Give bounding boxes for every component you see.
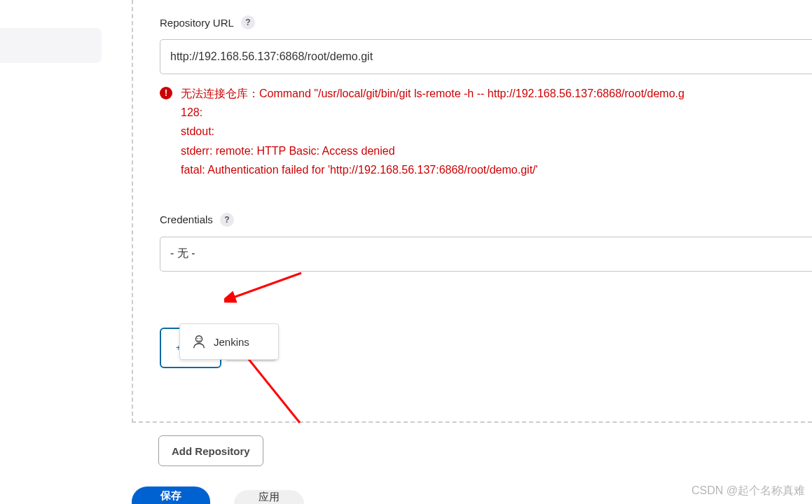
svg-point-1 bbox=[197, 338, 198, 339]
add-repository-label: Add Repository bbox=[172, 445, 250, 457]
credentials-selected-value: - 无 - bbox=[170, 246, 195, 261]
credentials-label: Credentials bbox=[160, 214, 213, 225]
sidebar-stub bbox=[0, 28, 102, 63]
repository-url-field: Repository URL ? bbox=[160, 15, 812, 74]
credentials-select[interactable]: - 无 - bbox=[160, 237, 812, 272]
help-icon[interactable]: ? bbox=[241, 15, 255, 29]
bottom-bar: 保存 应用 bbox=[132, 486, 304, 504]
dropdown-item-jenkins[interactable]: Jenkins bbox=[180, 324, 278, 359]
apply-button[interactable]: 应用 bbox=[234, 490, 304, 504]
add-credentials-dropdown: Jenkins bbox=[179, 323, 279, 360]
repository-url-input[interactable] bbox=[160, 39, 812, 74]
error-text: 无法连接仓库：Command "/usr/local/git/bin/git l… bbox=[181, 84, 684, 179]
credentials-label-row: Credentials ? bbox=[160, 213, 812, 227]
help-icon[interactable]: ? bbox=[220, 213, 234, 227]
error-message: ! 无法连接仓库：Command "/usr/local/git/bin/git… bbox=[160, 84, 812, 179]
svg-point-2 bbox=[200, 338, 200, 339]
error-icon: ! bbox=[160, 87, 172, 99]
repository-url-label: Repository URL bbox=[160, 17, 234, 29]
dropdown-item-label: Jenkins bbox=[214, 336, 249, 348]
add-repository-button[interactable]: Add Repository bbox=[158, 435, 263, 466]
jenkins-icon bbox=[191, 334, 207, 349]
repository-url-label-row: Repository URL ? bbox=[160, 15, 812, 29]
save-button[interactable]: 保存 bbox=[132, 486, 210, 504]
